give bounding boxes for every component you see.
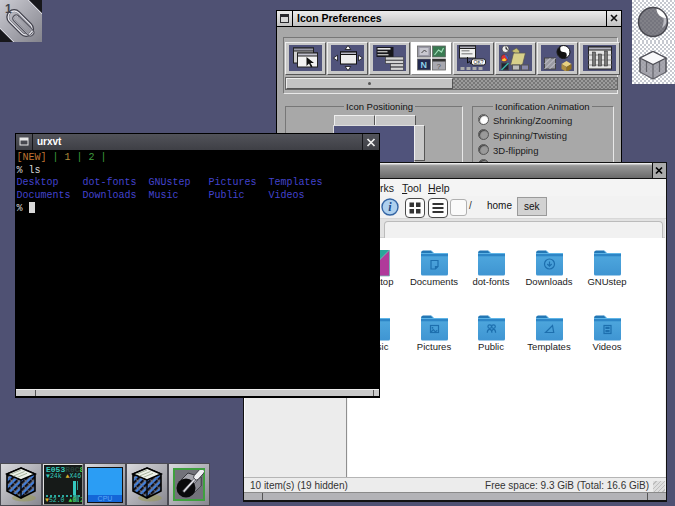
svg-text:?: ? xyxy=(436,62,441,71)
svg-text:1: 1 xyxy=(5,2,12,16)
svg-text:N: N xyxy=(420,60,427,70)
svg-text:OK?: OK? xyxy=(473,59,483,65)
